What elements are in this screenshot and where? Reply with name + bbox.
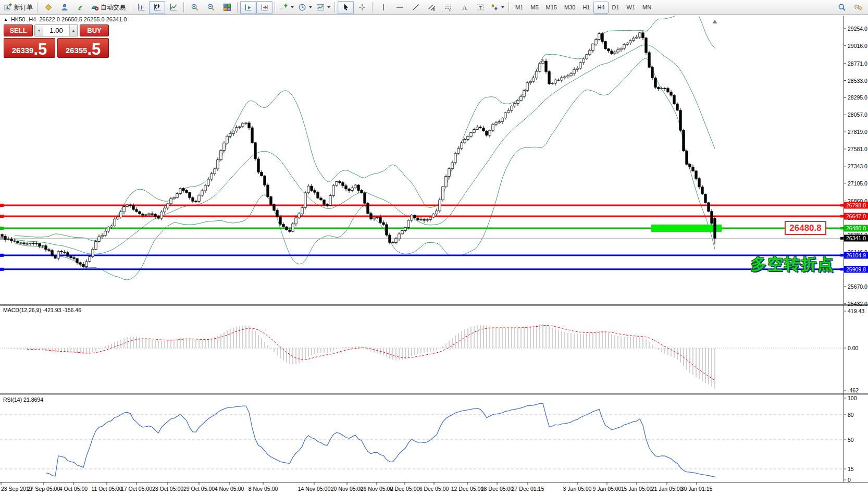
signals-button[interactable]	[72, 1, 89, 14]
chart-shift-icon	[261, 3, 269, 11]
horizontal-line-button[interactable]	[391, 1, 407, 14]
macd-axis-tick: 0.00	[848, 345, 858, 351]
price-callout-label[interactable]: 26480.8	[785, 221, 826, 235]
new-order-button[interactable]: 新订单	[2, 1, 35, 14]
time-axis-label: 30 Jan 01:15	[681, 486, 713, 492]
toolbar-separator	[509, 2, 510, 13]
sell-price-fraction: .5	[33, 42, 47, 57]
community-button[interactable]	[850, 1, 866, 14]
timeframe-m15-button[interactable]: M15	[542, 2, 561, 14]
timeframe-m30-button[interactable]: M30	[561, 2, 579, 14]
crosshair-button[interactable]	[354, 1, 370, 14]
toolbar-separator	[334, 2, 336, 13]
tile-windows-button[interactable]	[219, 1, 235, 14]
horizontal-price-lines[interactable]	[0, 204, 844, 271]
equidistant-channel-button[interactable]: E	[424, 1, 440, 14]
zoom-out-button[interactable]	[203, 1, 219, 14]
price-axis-tick: 27343.0	[848, 163, 867, 169]
macd-axis-tick: 419.43	[848, 308, 864, 314]
sell-button[interactable]: SELL	[4, 24, 33, 36]
line-chart-button[interactable]	[165, 1, 181, 14]
chart-shift-button[interactable]	[256, 1, 272, 14]
price-line-tag: 26104.9	[844, 252, 868, 258]
cursor-button[interactable]	[338, 1, 354, 14]
rsi-indicator	[0, 403, 844, 477]
text-button[interactable]: A	[456, 1, 472, 14]
zoom-in-button[interactable]	[187, 1, 203, 14]
time-axis-label: 2 Dec 05:00	[390, 486, 420, 492]
fibonacci-button[interactable]: F	[440, 1, 456, 14]
bollinger-bands	[15, 6, 715, 280]
templates-button[interactable]	[314, 1, 332, 14]
time-axis-label: 18 Dec 05:00	[481, 486, 513, 492]
sell-price-main: 26339	[12, 45, 34, 56]
timeframe-d1-button[interactable]: D1	[609, 2, 623, 14]
autotrading-label: 自动交易	[101, 3, 126, 12]
bar-chart-icon	[137, 3, 145, 11]
timeframe-mn-button[interactable]: MN	[639, 2, 655, 14]
price-axis-tick: 28533.0	[848, 78, 867, 84]
time-axis-label: 20 Nov 05:00	[331, 486, 363, 492]
new-order-label: 新订单	[14, 3, 33, 12]
time-axis-label: 4 Nov 05:00	[215, 486, 244, 492]
toolbar-separator	[275, 2, 276, 13]
chart-shift-marker	[713, 20, 717, 23]
arrows-button[interactable]	[488, 1, 506, 14]
timeframe-w1-button[interactable]: W1	[623, 2, 639, 14]
indicators-icon	[280, 3, 288, 11]
bull-bear-turning-point-annotation[interactable]: 多空转折点	[751, 254, 834, 275]
ohlc-values: 26622.0 26650.5 26255.0 26341.0	[39, 16, 127, 22]
price-axis-tick: 29016.0	[848, 43, 867, 49]
time-axis-label: 4 Oct 05:00	[59, 486, 88, 492]
timeframe-h4-button[interactable]: H4	[593, 2, 608, 14]
rsi-axis-tick: 100	[848, 395, 857, 401]
rsi-label: RSI(14) 21.8694	[3, 397, 43, 403]
price-axis-tick: 27819.0	[848, 129, 867, 135]
rsi-axis-tick: 0	[848, 477, 851, 483]
chevron-down-icon	[327, 6, 330, 8]
vline-icon	[379, 3, 388, 11]
price-chart[interactable]	[0, 0, 868, 495]
text-label-button[interactable]: T	[472, 1, 488, 14]
market-button[interactable]	[56, 1, 72, 14]
metaeditor-button[interactable]	[40, 1, 56, 14]
sell-price-tile[interactable]: 26339.5	[4, 38, 55, 58]
chevron-down-icon	[291, 6, 294, 8]
toolbar-separator	[372, 2, 373, 13]
autotrading-button[interactable]: 自动交易	[89, 1, 128, 14]
volume-input[interactable]	[43, 25, 69, 36]
community-icon	[854, 3, 862, 11]
buy-button[interactable]: BUY	[80, 24, 109, 36]
candles	[1, 31, 716, 268]
candlestick-chart-button[interactable]	[149, 1, 165, 14]
time-axis-label: 12 Dec 05:00	[451, 486, 483, 492]
time-axis-label: 27 Dec 01:15	[512, 486, 544, 492]
timeframe-h1-button[interactable]: H1	[579, 2, 593, 14]
price-axis-tick: 28057.0	[848, 112, 867, 118]
time-axis-label: 11 Oct 05:00	[91, 486, 122, 492]
time-axis-label: 27 Sep 05:00	[28, 486, 60, 492]
time-axis-label: 29 Oct 05:00	[183, 486, 215, 492]
one-click-trading-panel: SELL ▼ ▲ BUY 26339.5 26355.5	[4, 24, 109, 58]
price-axis-tick: 25670.0	[848, 283, 867, 290]
collapse-icon[interactable]: ▲	[4, 17, 8, 22]
trendline-button[interactable]	[407, 1, 424, 14]
buy-price-main: 26355	[66, 45, 88, 56]
vertical-line-button[interactable]	[375, 1, 391, 14]
auto-scroll-button[interactable]	[240, 1, 256, 14]
time-axis-label: 9 Jan 05:00	[593, 486, 622, 492]
price-line-tag: 26341.0	[844, 235, 868, 242]
timeframe-m5-button[interactable]: M5	[527, 2, 542, 14]
buy-price-tile[interactable]: 26355.5	[57, 38, 109, 58]
bar-chart-button[interactable]	[133, 1, 149, 14]
arrows-icon	[490, 3, 499, 11]
indicators-button[interactable]	[278, 1, 296, 14]
timeframe-m1-button[interactable]: M1	[512, 2, 527, 14]
chart-title: ▲ HK50-,H4 26622.0 26650.5 26255.0 26341…	[4, 16, 127, 22]
svg-text:T: T	[479, 5, 482, 10]
periods-button[interactable]	[296, 1, 314, 14]
search-button[interactable]	[834, 1, 850, 14]
volume-decrease-button[interactable]: ▼	[35, 25, 43, 36]
new-order-icon	[4, 3, 13, 11]
volume-increase-button[interactable]: ▲	[69, 25, 78, 36]
